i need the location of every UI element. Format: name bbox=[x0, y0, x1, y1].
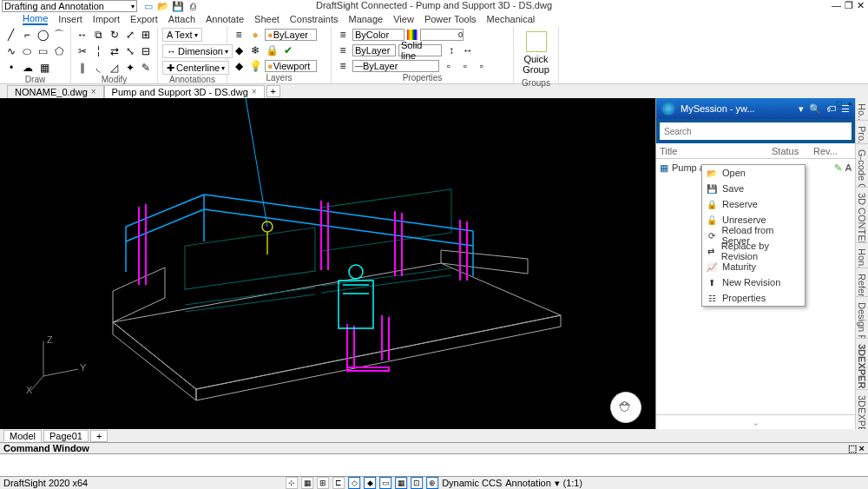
menu-import[interactable]: Import bbox=[93, 14, 120, 24]
menu-annotate[interactable]: Annotate bbox=[206, 14, 244, 24]
col-rev[interactable]: Rev... bbox=[813, 146, 855, 156]
side-tab-5[interactable]: Hon... bbox=[856, 243, 868, 268]
menu-view[interactable]: View bbox=[393, 14, 414, 24]
palette-icon[interactable] bbox=[407, 30, 418, 40]
col-title[interactable]: Title bbox=[656, 146, 772, 156]
menu-constraints[interactable]: Constraints bbox=[290, 14, 339, 24]
save-icon[interactable]: 💾 bbox=[172, 0, 184, 12]
print-icon[interactable]: ⎙ bbox=[187, 0, 199, 12]
trim-icon[interactable]: ✂ bbox=[76, 44, 89, 58]
erase-icon[interactable]: ✎ bbox=[140, 61, 153, 75]
region-icon[interactable]: ▦ bbox=[37, 61, 51, 75]
cloud-icon[interactable]: ☁ bbox=[21, 61, 35, 75]
menu-manage[interactable]: Manage bbox=[348, 14, 383, 24]
copy-icon[interactable]: ⧉ bbox=[91, 28, 104, 42]
maximize-button[interactable]: ❐ bbox=[845, 0, 853, 11]
layer-on-icon[interactable]: ● bbox=[248, 28, 262, 42]
list2-icon[interactable]: ≡ bbox=[336, 43, 350, 57]
break-icon[interactable]: ⊟ bbox=[140, 44, 153, 58]
lightbulb-icon[interactable]: 💡 bbox=[248, 59, 262, 73]
ortho-icon[interactable]: ⊞ bbox=[317, 477, 329, 489]
grid-icon[interactable]: ▦ bbox=[301, 477, 313, 489]
arrows-icon[interactable]: ↕ bbox=[444, 43, 458, 57]
session-footer-collapse[interactable]: ⌄ bbox=[656, 414, 855, 430]
side-tab-9[interactable]: 3DEXPER... bbox=[856, 390, 868, 430]
workspace-selector[interactable]: Drafting and Annotation ▾ bbox=[2, 0, 137, 12]
cmd-close-icon[interactable]: × bbox=[859, 443, 865, 453]
point-icon[interactable]: • bbox=[4, 61, 18, 75]
side-tab-4[interactable]: 3D CONTENTCE... bbox=[856, 188, 868, 243]
view-mode-button[interactable]: ⛑ bbox=[610, 392, 641, 423]
lwt-icon[interactable]: ▭ bbox=[379, 477, 391, 489]
stretch-icon[interactable]: ⤢ bbox=[123, 28, 136, 42]
list-icon[interactable]: ≡ bbox=[336, 28, 350, 42]
panel-pin-icon[interactable]: ⬚ bbox=[834, 98, 845, 109]
osnap-icon[interactable]: ◇ bbox=[348, 477, 360, 489]
chamfer-icon[interactable]: ◿ bbox=[108, 61, 121, 75]
linestyle-combo[interactable]: Solid line bbox=[398, 44, 442, 56]
rect-icon[interactable]: ▭ bbox=[36, 44, 50, 58]
side-tab-2[interactable]: Pro... bbox=[856, 121, 868, 144]
ctx-newrev[interactable]: ⬆New Revision bbox=[702, 274, 805, 290]
spline-icon[interactable]: ∿ bbox=[4, 44, 18, 58]
check-icon[interactable]: ✔ bbox=[281, 43, 295, 57]
side-tab-1[interactable]: Ho... bbox=[856, 98, 868, 121]
mirror-icon[interactable]: ⇄ bbox=[108, 44, 121, 58]
open-icon[interactable]: 📂 bbox=[157, 0, 169, 12]
pattern-icon[interactable]: ⊞ bbox=[140, 28, 153, 42]
layer-lock-icon[interactable]: 🔒 bbox=[265, 43, 279, 57]
layer-iso-icon[interactable]: ◆ bbox=[232, 43, 246, 57]
search-input[interactable] bbox=[660, 122, 852, 140]
ctx-properties[interactable]: ☷Properties bbox=[702, 290, 805, 306]
viewport-combo[interactable]: ● Viewport bbox=[265, 60, 317, 72]
annot-dropdown-icon[interactable]: ▾ bbox=[555, 478, 560, 489]
polygon-icon[interactable]: ⬠ bbox=[53, 44, 67, 58]
menu-attach[interactable]: Attach bbox=[168, 14, 195, 24]
ctx-open[interactable]: 📂Open bbox=[702, 165, 805, 181]
ctx-reserve[interactable]: 🔒Reserve bbox=[702, 196, 805, 212]
move-icon[interactable]: ↔ bbox=[76, 28, 89, 42]
tab-page[interactable]: Page01 bbox=[43, 430, 89, 442]
prop1-icon[interactable]: ▫ bbox=[442, 59, 456, 73]
text-button[interactable]: AText▾ bbox=[162, 28, 202, 42]
arc-icon[interactable]: ⌒ bbox=[53, 28, 67, 42]
value-input[interactable] bbox=[420, 29, 464, 41]
prop2-icon[interactable]: ▫ bbox=[458, 59, 472, 73]
col-status[interactable]: Status bbox=[772, 146, 813, 156]
menu-sheet[interactable]: Sheet bbox=[254, 14, 279, 24]
ctx-save[interactable]: 💾Save bbox=[702, 181, 805, 196]
menu-insert[interactable]: Insert bbox=[58, 14, 82, 24]
tab-add-page[interactable]: + bbox=[90, 430, 108, 442]
add-tab-button[interactable]: + bbox=[266, 85, 280, 97]
snap-icon[interactable]: ⊹ bbox=[286, 477, 298, 489]
cmd-pin-icon[interactable]: ⬚ bbox=[848, 443, 857, 453]
ccs-icon[interactable]: ⊕ bbox=[426, 477, 438, 489]
command-window-body[interactable] bbox=[0, 454, 868, 477]
doc-tab-1[interactable]: NONAME_0.dwg × bbox=[7, 85, 104, 98]
menu-export[interactable]: Export bbox=[130, 14, 158, 24]
status-scale[interactable]: 1:1 bbox=[566, 478, 579, 488]
menu-home[interactable]: Home bbox=[23, 13, 48, 25]
centerline-button[interactable]: ✚Centerline▾ bbox=[162, 61, 229, 75]
fillet-icon[interactable]: ◟ bbox=[91, 61, 104, 75]
color-combo[interactable]: ByColor bbox=[352, 29, 404, 41]
status-annot[interactable]: Annotation bbox=[505, 478, 551, 488]
layer-prev-icon[interactable]: ◆ bbox=[232, 59, 246, 73]
qp-icon[interactable]: ⊡ bbox=[411, 477, 423, 489]
side-tab-8[interactable]: 3DEXPERIENCE bbox=[856, 339, 868, 390]
panel-close-icon[interactable]: × bbox=[845, 98, 855, 109]
extend-icon[interactable]: ╎ bbox=[91, 44, 104, 58]
prop3-icon[interactable]: ▫ bbox=[475, 59, 489, 73]
quick-group-icon[interactable] bbox=[526, 31, 547, 52]
arrows2-icon[interactable]: ↔ bbox=[461, 43, 475, 57]
ellipse-icon[interactable]: ⬭ bbox=[21, 44, 35, 58]
dimension-button[interactable]: ↔Dimension▾ bbox=[162, 44, 233, 58]
layer-combo[interactable]: ● ByLayer bbox=[265, 29, 317, 41]
tab-model[interactable]: Model bbox=[3, 430, 42, 442]
close-button[interactable]: ✕ bbox=[857, 0, 865, 11]
offset-icon[interactable]: ∥ bbox=[76, 61, 89, 75]
line-icon[interactable]: ╱ bbox=[4, 28, 18, 42]
side-tab-3[interactable]: G-code Gen... bbox=[856, 144, 868, 188]
status-ccs[interactable]: Dynamic CCS bbox=[442, 478, 502, 488]
scale-icon[interactable]: ⤡ bbox=[123, 44, 136, 58]
